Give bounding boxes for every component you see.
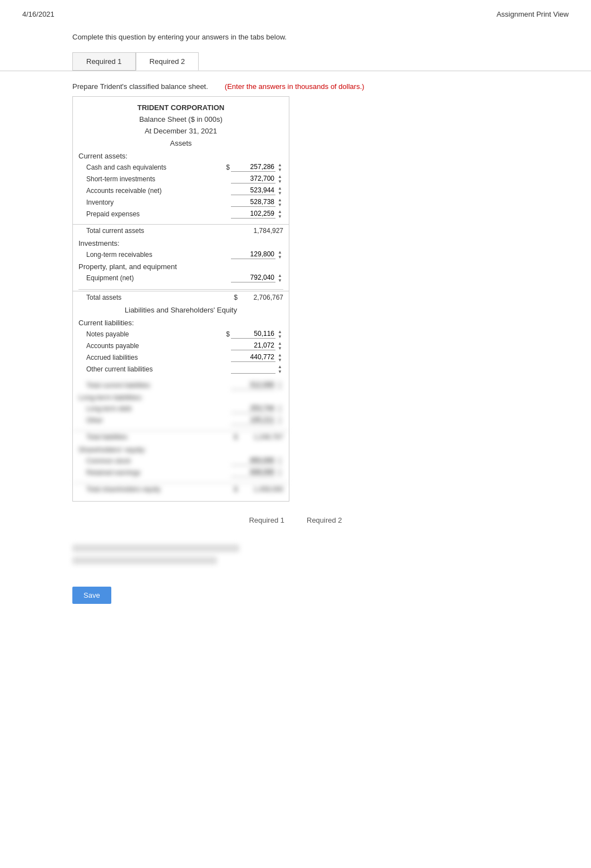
tab-required2[interactable]: Required 2 — [136, 52, 199, 71]
blurred-row-1: Total current liabilities ▲▼ — [73, 379, 289, 391]
blurred-total-row: Total liabilities $ 1,248,767 — [73, 430, 289, 443]
input-other-current-liabilities[interactable] — [231, 364, 275, 374]
spinner-other-current-liabilities[interactable]: ▲▼ — [277, 366, 283, 373]
blurred-bottom-text — [72, 544, 519, 564]
total-assets-row: Total assets $ 2,706,767 — [73, 291, 289, 304]
row-short-term-investments: Short-term investments ▲▼ — [73, 173, 289, 185]
nav-buttons-bottom: Required 1 Required 2 — [72, 507, 519, 533]
total-current-assets-row: Total current assets 1,784,927 — [73, 224, 289, 237]
row-other-current-liabilities: Other current liabilities ▲▼ — [73, 363, 289, 375]
input-cash[interactable] — [231, 162, 275, 172]
input-accrued-liabilities[interactable] — [231, 353, 275, 362]
date-label: 4/16/2021 — [22, 10, 55, 18]
input-inventory[interactable] — [231, 197, 275, 207]
investments-label: Investments: — [73, 237, 289, 249]
content-area: Prepare Trident's classified balance she… — [0, 71, 591, 533]
spinner-short-term-investments[interactable]: ▲▼ — [277, 176, 283, 182]
spinner-accrued-liabilities[interactable]: ▲▼ — [277, 354, 283, 361]
current-liabilities-label: Current liabilities: — [73, 316, 289, 328]
row-notes-payable: Notes payable $ ▲▼ — [73, 328, 289, 340]
spinner-equipment-net[interactable]: ▲▼ — [277, 275, 283, 281]
spinner-prepaid-expenses[interactable]: ▲▼ — [277, 211, 283, 217]
bs-company: TRIDENT CORPORATION Balance Sheet ($ in … — [73, 102, 289, 137]
bottom-section: Save — [0, 533, 591, 615]
instructions: Complete this question by entering your … — [0, 24, 591, 47]
blurred-liabilities-section: Total current liabilities ▲▼ Long-term l… — [73, 375, 289, 495]
spinner-cash[interactable]: ▲▼ — [277, 164, 283, 171]
current-assets-label: Current assets: — [73, 150, 289, 161]
blurred-total-equity-row: Total shareholders equity $ 1,458,000 — [73, 483, 289, 495]
blurred-row-3: Other ▲▼ — [73, 414, 289, 426]
spinner-long-term-receivables[interactable]: ▲▼ — [277, 251, 283, 258]
liabilities-header: Liabilities and Shareholders' Equity — [73, 304, 289, 316]
blurred-row-2: Long-term debt ▲▼ — [73, 403, 289, 414]
question-text: Prepare Trident's classified balance she… — [72, 82, 208, 91]
total-assets-value: 2,706,767 — [239, 294, 283, 301]
row-inventory: Inventory ▲▼ — [73, 196, 289, 208]
input-notes-payable[interactable] — [231, 329, 275, 339]
spinner-notes-payable[interactable]: ▲▼ — [277, 331, 283, 338]
page-title: Assignment Print View — [496, 10, 569, 18]
row-cash: Cash and cash equivalents $ ▲▼ — [73, 161, 289, 173]
balance-sheet: TRIDENT CORPORATION Balance Sheet ($ in … — [72, 96, 289, 502]
row-accounts-payable: Accounts payable ▲▼ — [73, 340, 289, 351]
row-prepaid-expenses: Prepaid expenses ▲▼ — [73, 208, 289, 220]
blurred-row-4: Common stock ▲▼ — [73, 455, 289, 467]
assets-header: Assets — [73, 137, 289, 150]
input-long-term-receivables[interactable] — [231, 250, 275, 259]
input-accounts-payable[interactable] — [231, 341, 275, 350]
row-accrued-liabilities: Accrued liabilities ▲▼ — [73, 351, 289, 363]
row-long-term-receivables: Long-term receivables ▲▼ — [73, 249, 289, 260]
nav-required1[interactable]: Required 1 — [249, 516, 284, 524]
question-note: (Enter the answers in thousands of dolla… — [225, 82, 365, 91]
total-current-assets-value: 1,784,927 — [239, 227, 283, 235]
instructions-text: Complete this question by entering your … — [72, 33, 287, 41]
save-button[interactable]: Save — [72, 587, 111, 604]
spinner-inventory[interactable]: ▲▼ — [277, 199, 283, 206]
tab-required1[interactable]: Required 1 — [72, 52, 136, 71]
input-short-term-investments[interactable] — [231, 174, 275, 183]
input-accounts-receivable[interactable] — [231, 186, 275, 195]
spinner-accounts-payable[interactable]: ▲▼ — [277, 343, 283, 349]
nav-required2[interactable]: Required 2 — [307, 516, 342, 524]
tabs-container: Required 1 Required 2 — [0, 47, 591, 71]
ppe-label: Property, plant, and equipment — [73, 260, 289, 272]
input-equipment-net[interactable] — [231, 273, 275, 282]
question-label: Prepare Trident's classified balance she… — [72, 77, 519, 96]
spinner-accounts-receivable[interactable]: ▲▼ — [277, 187, 283, 194]
blurred-row-5: Retained earnings ▲▼ — [73, 467, 289, 478]
input-prepaid-expenses[interactable] — [231, 209, 275, 219]
row-equipment-net: Equipment (net) ▲▼ — [73, 272, 289, 284]
page-header: 4/16/2021 Assignment Print View — [0, 0, 591, 24]
divider-total-assets — [78, 289, 283, 290]
row-accounts-receivable: Accounts receivable (net) ▲▼ — [73, 185, 289, 196]
